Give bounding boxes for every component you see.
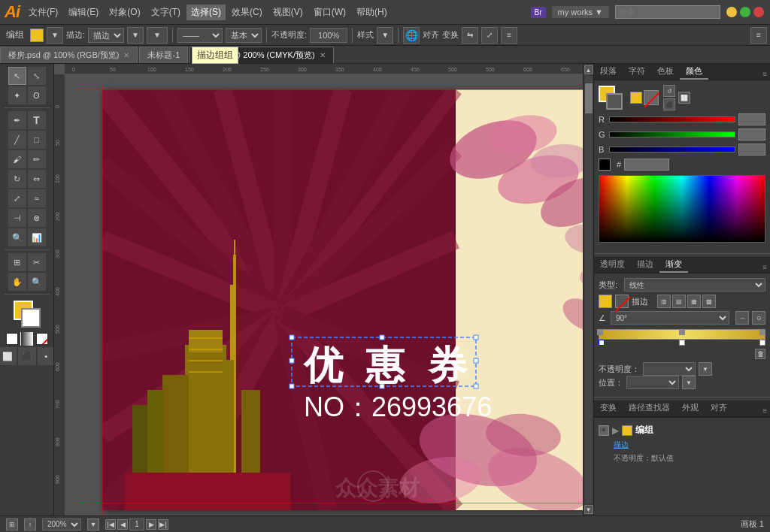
vertical-scrollbar[interactable]: ▲ ▼ xyxy=(583,64,593,515)
tab-stroke[interactable]: 描边 xyxy=(631,257,659,273)
mirror-tool[interactable]: ⇔ xyxy=(28,170,46,188)
tab-pathfinder[interactable]: 路径查找器 xyxy=(623,401,676,416)
menu-edit[interactable]: 编辑(E) xyxy=(64,5,103,20)
grad-stop-bottom-1[interactable] xyxy=(599,340,605,346)
tab-transform[interactable]: 变换 xyxy=(594,401,623,416)
g-slider[interactable] xyxy=(609,131,735,138)
select-tool[interactable]: ↖ xyxy=(8,67,26,85)
close-button[interactable] xyxy=(753,7,764,17)
slice-tool[interactable]: ✂ xyxy=(28,253,46,271)
normal-screen[interactable]: ⬜ xyxy=(0,347,17,365)
line-tool[interactable]: ╱ xyxy=(8,131,26,149)
artwork-canvas[interactable]: 优 惠 券 NO：26993676 众众素材 xyxy=(102,89,583,510)
tab-2[interactable]: 未标题-1 @ 200% (CMYK/预览) ✕ xyxy=(189,47,333,63)
canvas-area[interactable]: 0 50 100 150 200 250 300 350 400 450 500… xyxy=(54,64,583,515)
zoom-tool[interactable]: 🔍 xyxy=(28,273,46,291)
toolbar-icon-1[interactable]: ▼ xyxy=(47,27,63,44)
basic-select[interactable]: 基本 xyxy=(226,28,262,43)
artboard-tool[interactable]: ⊞ xyxy=(8,253,26,271)
top-panel-menu[interactable]: ≡ xyxy=(759,68,770,80)
paintbrush-tool[interactable]: 🖌 xyxy=(8,150,26,168)
grad-position-select[interactable] xyxy=(626,376,679,389)
grad-type-btn-3[interactable]: ▦ xyxy=(687,295,701,308)
layer-eye-btn[interactable]: 👁 xyxy=(599,425,609,436)
icon-btn-3[interactable]: ≡ xyxy=(501,27,517,44)
stroke-dropdown[interactable]: ▼ xyxy=(127,27,144,44)
icon-btn-flip[interactable]: ⇆ xyxy=(462,27,478,44)
tab-paragraph[interactable]: 段落 xyxy=(594,64,623,80)
page-last[interactable]: ▶| xyxy=(158,519,168,530)
rotate-tool[interactable]: ↻ xyxy=(8,170,26,188)
tab-align[interactable]: 对齐 xyxy=(705,401,733,416)
cp-btn-2[interactable]: ⬛ xyxy=(663,98,675,110)
layer-stroke-label[interactable]: 描边 xyxy=(614,440,629,450)
tab-swatches[interactable]: 色板 xyxy=(651,64,680,80)
tab-character[interactable]: 字符 xyxy=(623,64,651,80)
scroll-thumb[interactable] xyxy=(585,83,593,113)
grad-type-select[interactable]: 线性 xyxy=(624,278,765,292)
grad-type-btn-4[interactable]: ▩ xyxy=(702,295,716,308)
tab-2-close[interactable]: ✕ xyxy=(320,51,326,59)
menu-select[interactable]: 选择(S) xyxy=(186,5,226,20)
blend-tool[interactable]: ⊗ xyxy=(28,209,46,227)
page-number-input[interactable] xyxy=(129,518,144,530)
g-input[interactable] xyxy=(738,128,765,141)
grad-extra-btn-1[interactable]: ↔ xyxy=(735,311,749,325)
style-dropdown[interactable]: ▼ xyxy=(377,27,393,44)
menu-text[interactable]: 文字(T) xyxy=(147,5,185,20)
spectrum-canvas[interactable] xyxy=(599,176,765,242)
zoom-select[interactable]: 200% xyxy=(42,518,81,530)
line-select[interactable]: —— xyxy=(177,28,223,43)
page-next[interactable]: ▶ xyxy=(146,519,156,530)
shape-tool[interactable]: □ xyxy=(28,131,46,149)
pen-tool[interactable]: ✒ xyxy=(8,111,26,129)
cp-btn-3[interactable]: ⬜ xyxy=(678,92,690,104)
menu-help[interactable]: 帮助(H) xyxy=(352,5,392,20)
bridge-button[interactable]: Br xyxy=(531,7,546,18)
graph-tool[interactable]: 📊 xyxy=(28,228,46,246)
fill-mode-btn[interactable] xyxy=(5,332,19,346)
hex-input[interactable] xyxy=(624,159,669,171)
no-fill-btn[interactable] xyxy=(35,332,49,346)
grad-stop-bottom-2[interactable] xyxy=(679,340,685,346)
b-input[interactable] xyxy=(738,144,765,156)
grad-stop-top-1[interactable] xyxy=(597,329,603,335)
cp-icon-1[interactable] xyxy=(630,92,642,104)
icon-btn-menu[interactable]: ≡ xyxy=(750,27,767,44)
grad-stop-bottom-3[interactable] xyxy=(759,340,765,346)
grad-type-btn-2[interactable]: ▤ xyxy=(672,295,686,308)
bottom-panel-menu[interactable]: ≡ xyxy=(759,405,770,416)
bottom-btn-2[interactable]: ↑ xyxy=(24,518,36,530)
cp-no-icon[interactable] xyxy=(644,90,659,105)
scroll-track[interactable] xyxy=(585,76,593,503)
works-button[interactable]: my works ▼ xyxy=(552,6,609,18)
bottom-btn-1[interactable]: ⊞ xyxy=(6,518,18,530)
toolbar-color-swatch[interactable] xyxy=(30,29,44,42)
page-first[interactable]: |◀ xyxy=(105,519,116,530)
grad-swatch-1[interactable] xyxy=(599,295,612,308)
scroll-down[interactable]: ▼ xyxy=(584,505,593,514)
grad-opacity-select[interactable] xyxy=(643,362,696,376)
cp-bg-swatch[interactable] xyxy=(606,93,623,110)
gradient-panel-menu[interactable]: ≡ xyxy=(759,261,770,273)
eyedropper-tool[interactable]: 🔍 xyxy=(8,228,26,246)
tab-appearance[interactable]: 外观 xyxy=(676,401,705,416)
scroll-up[interactable]: ▲ xyxy=(584,65,593,74)
black-preview[interactable] xyxy=(599,159,611,171)
lasso-tool[interactable]: ʘ xyxy=(28,86,46,104)
tab-transparency[interactable]: 透明度 xyxy=(594,257,631,273)
grad-opacity-dropdown[interactable]: ▼ xyxy=(699,362,712,376)
search-input[interactable] xyxy=(615,5,720,19)
stroke-select[interactable]: 描边 xyxy=(88,28,124,43)
stroke-btn-1[interactable]: ▼ xyxy=(147,27,168,44)
grad-delete-btn[interactable]: 🗑 xyxy=(755,349,765,359)
gradient-mode-btn[interactable] xyxy=(20,332,34,346)
pencil-tool[interactable]: ✏ xyxy=(28,150,46,168)
menu-window[interactable]: 窗口(W) xyxy=(309,5,350,20)
menu-view[interactable]: 视图(V) xyxy=(268,5,308,20)
direct-select-tool[interactable]: ⤡ xyxy=(28,67,46,85)
grad-stop-top-2[interactable] xyxy=(679,329,685,335)
opacity-input[interactable] xyxy=(310,28,347,43)
grad-extra-btn-2[interactable]: ⊙ xyxy=(752,311,765,325)
world-icon-btn[interactable]: 🌐 xyxy=(403,27,420,44)
